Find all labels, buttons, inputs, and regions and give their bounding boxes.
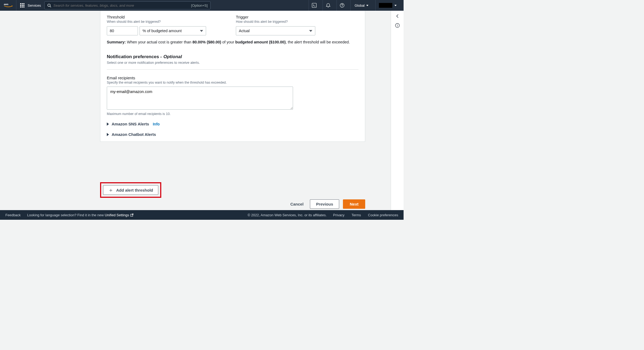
info-panel-icon[interactable] — [395, 23, 400, 28]
add-alert-threshold-label: Add alert threshold — [116, 188, 153, 192]
chatbot-alerts-label: Amazon Chatbot Alerts — [112, 132, 156, 137]
trigger-label: Trigger — [236, 15, 358, 19]
services-grid-icon — [20, 3, 24, 8]
caret-right-icon — [107, 133, 109, 136]
wizard-actions: Cancel Previous Next — [288, 199, 365, 209]
threshold-value-input[interactable]: 80 — [107, 26, 138, 35]
notification-preferences-heading: Notification preferences - Optional — [107, 54, 358, 59]
svg-point-6 — [342, 6, 342, 7]
svg-line-2 — [50, 6, 51, 7]
chatbot-alerts-expando[interactable]: Amazon Chatbot Alerts — [107, 132, 358, 137]
services-menu[interactable]: Services — [16, 0, 41, 11]
threshold-desc: When should this alert be triggered? — [107, 20, 229, 24]
search-shortcut: [Option+S] — [191, 3, 208, 8]
caret-right-icon — [107, 122, 109, 126]
account-menu[interactable] — [375, 0, 400, 11]
notification-preferences-sub: Select one or more notification preferen… — [107, 61, 358, 65]
cookie-preferences-link[interactable]: Cookie preferences — [368, 213, 398, 217]
caret-down-icon — [394, 5, 397, 6]
unified-settings-link[interactable]: Unified Settings — [105, 213, 134, 217]
region-label: Global — [354, 3, 365, 8]
top-nav: aws Services [Option+S] Global — [0, 0, 404, 11]
caret-down-icon — [366, 5, 368, 6]
divider — [107, 69, 358, 70]
chevron-down-icon — [200, 30, 203, 32]
threshold-label: Threshold — [107, 15, 229, 19]
trigger-desc: How should this alert be triggered? — [236, 20, 358, 24]
next-button[interactable]: Next — [343, 199, 365, 209]
privacy-link[interactable]: Privacy — [333, 213, 345, 217]
panel-collapse-icon[interactable] — [395, 14, 400, 18]
aws-logo[interactable]: aws — [4, 3, 13, 8]
previous-button[interactable]: Previous — [310, 199, 339, 209]
add-alert-threshold-button[interactable]: ＋ Add alert threshold — [103, 185, 158, 195]
copyright: © 2022, Amazon Web Services, Inc. or its… — [248, 213, 327, 217]
add-alert-threshold-highlight: ＋ Add alert threshold — [100, 182, 161, 198]
account-name-redacted — [379, 3, 392, 8]
footer: Feedback Looking for language selection?… — [0, 210, 404, 220]
email-recipients-desc: Specify the email recipients you want to… — [107, 81, 358, 84]
sns-info-link[interactable]: Info — [153, 122, 160, 126]
services-label: Services — [28, 3, 41, 8]
threshold-unit-select[interactable]: % of budgeted amount — [140, 26, 206, 35]
main-content: Threshold When should this alert be trig… — [0, 11, 391, 210]
right-rail — [391, 11, 404, 210]
chevron-down-icon — [309, 30, 312, 32]
search-input[interactable] — [53, 3, 189, 8]
plus-icon: ＋ — [108, 187, 114, 193]
alert-config-card: Threshold When should this alert be trig… — [100, 11, 365, 142]
sns-alerts-label: Amazon SNS Alerts — [112, 122, 149, 126]
language-prompt: Looking for language selection? Find it … — [27, 213, 134, 217]
alert-summary: Summary: When your actual cost is greate… — [107, 39, 358, 45]
email-recipients-input[interactable] — [107, 87, 293, 110]
terms-link[interactable]: Terms — [352, 213, 361, 217]
notifications-icon[interactable] — [323, 0, 333, 11]
svg-text:aws: aws — [4, 3, 8, 6]
svg-point-8 — [397, 24, 398, 25]
external-link-icon — [130, 213, 134, 217]
help-icon[interactable] — [336, 0, 347, 11]
cancel-button[interactable]: Cancel — [288, 200, 306, 208]
threshold-unit-value: % of budgeted amount — [142, 29, 182, 33]
trigger-value: Actual — [239, 29, 250, 33]
email-recipients-hint: Maximum number of email recipients is 10… — [107, 112, 358, 116]
trigger-select[interactable]: Actual — [236, 26, 315, 35]
sns-alerts-expando[interactable]: Amazon SNS Alerts Info — [107, 122, 358, 126]
svg-point-1 — [48, 4, 50, 6]
feedback-link[interactable]: Feedback — [5, 213, 21, 217]
svg-rect-9 — [397, 25, 398, 27]
region-selector[interactable]: Global — [350, 0, 372, 11]
email-recipients-label: Email recipients — [107, 76, 358, 80]
search-icon — [47, 3, 51, 8]
cloudshell-icon[interactable] — [309, 0, 319, 11]
global-search[interactable]: [Option+S] — [44, 1, 211, 9]
